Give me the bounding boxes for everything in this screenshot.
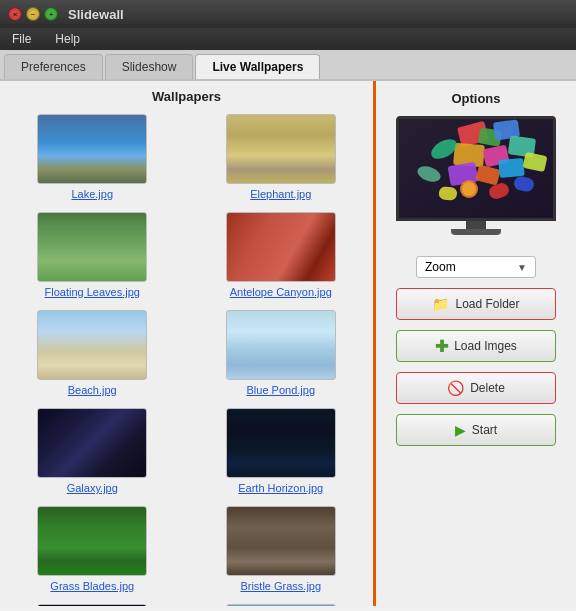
maximize-button[interactable]: + <box>44 7 58 21</box>
list-item[interactable]: Elephant.jpg <box>197 114 366 200</box>
thumbnail-lake <box>37 114 147 184</box>
thumbnail-beach <box>37 310 147 380</box>
thumbnail-floating-leaves <box>37 212 147 282</box>
wallpaper-label-floating-leaves: Floating Leaves.jpg <box>45 286 140 298</box>
wallpapers-header: Wallpapers <box>8 89 365 104</box>
window-controls: × − + <box>8 7 58 21</box>
thumbnail-grass-blades <box>37 506 147 576</box>
list-item[interactable]: Floating Leaves.jpg <box>8 212 177 298</box>
list-item[interactable]: Bristle Grass.jpg <box>197 506 366 592</box>
tab-preferences[interactable]: Preferences <box>4 54 103 79</box>
list-item[interactable] <box>197 604 366 606</box>
thumbnail-antelope-canyon <box>226 212 336 282</box>
options-panel: Options <box>376 81 576 606</box>
list-item[interactable]: Antelope Canyon.jpg <box>197 212 366 298</box>
screen-content <box>399 119 553 218</box>
thumbnail-blue-pond <box>226 310 336 380</box>
load-images-button[interactable]: ✚ Load Imges <box>396 330 556 362</box>
wallpaper-label-galaxy: Galaxy.jpg <box>67 482 118 494</box>
chevron-down-icon: ▼ <box>517 262 527 273</box>
title-bar: × − + Slidewall <box>0 0 576 28</box>
svg-rect-18 <box>399 119 553 218</box>
tab-live-wallpapers[interactable]: Live Wallpapers <box>195 54 320 79</box>
thumbnail-elephant <box>226 114 336 184</box>
list-item[interactable] <box>8 604 177 606</box>
window-title: Slidewall <box>68 7 124 22</box>
monitor-stand-base <box>451 229 501 235</box>
screen-wallpaper-svg <box>399 119 553 218</box>
thumbnail-extra2 <box>226 604 336 606</box>
thumbnail-bristle-grass <box>226 506 336 576</box>
wallpaper-label-lake: Lake.jpg <box>71 188 113 200</box>
zoom-dropdown-value: Zoom <box>425 260 456 274</box>
load-folder-button[interactable]: 📁 Load Folder <box>396 288 556 320</box>
wallpaper-label-bristle-grass: Bristle Grass.jpg <box>240 580 321 592</box>
load-images-label: Load Imges <box>454 339 517 353</box>
start-label: Start <box>472 423 497 437</box>
options-header: Options <box>451 91 500 106</box>
list-item[interactable]: Galaxy.jpg <box>8 408 177 494</box>
close-button[interactable]: × <box>8 7 22 21</box>
delete-button[interactable]: 🚫 Delete <box>396 372 556 404</box>
list-item[interactable]: Grass Blades.jpg <box>8 506 177 592</box>
menu-bar: File Help <box>0 28 576 50</box>
thumbnail-extra1 <box>37 604 147 606</box>
monitor-screen <box>396 116 556 221</box>
monitor-preview <box>389 116 564 246</box>
load-folder-label: Load Folder <box>455 297 519 311</box>
menu-help[interactable]: Help <box>49 30 86 48</box>
wallpaper-label-earth-horizon: Earth Horizon.jpg <box>238 482 323 494</box>
tab-slideshow[interactable]: Slideshow <box>105 54 194 79</box>
wallpaper-label-blue-pond: Blue Pond.jpg <box>247 384 316 396</box>
wallpaper-label-antelope-canyon: Antelope Canyon.jpg <box>230 286 332 298</box>
wallpaper-label-elephant: Elephant.jpg <box>250 188 311 200</box>
wallpaper-label-beach: Beach.jpg <box>68 384 117 396</box>
thumbnail-earth-horizon <box>226 408 336 478</box>
list-item[interactable]: Blue Pond.jpg <box>197 310 366 396</box>
wallpapers-panel: Wallpapers Lake.jpg Elephant.jpg Floatin… <box>0 81 376 606</box>
delete-label: Delete <box>470 381 505 395</box>
wallpapers-grid: Lake.jpg Elephant.jpg Floating Leaves.jp… <box>8 114 365 606</box>
plus-icon: ✚ <box>435 337 448 356</box>
minimize-button[interactable]: − <box>26 7 40 21</box>
list-item[interactable]: Earth Horizon.jpg <box>197 408 366 494</box>
tab-bar: Preferences Slideshow Live Wallpapers <box>0 50 576 81</box>
play-icon: ▶ <box>455 422 466 438</box>
wallpaper-label-grass-blades: Grass Blades.jpg <box>50 580 134 592</box>
zoom-dropdown[interactable]: Zoom ▼ <box>416 256 536 278</box>
list-item[interactable]: Lake.jpg <box>8 114 177 200</box>
start-button[interactable]: ▶ Start <box>396 414 556 446</box>
menu-file[interactable]: File <box>6 30 37 48</box>
monitor-stand-neck <box>466 221 486 229</box>
folder-icon: 📁 <box>432 296 449 312</box>
thumbnail-galaxy <box>37 408 147 478</box>
main-content: Wallpapers Lake.jpg Elephant.jpg Floatin… <box>0 81 576 606</box>
list-item[interactable]: Beach.jpg <box>8 310 177 396</box>
delete-icon: 🚫 <box>447 380 464 396</box>
zoom-dropdown-row: Zoom ▼ <box>386 256 566 278</box>
